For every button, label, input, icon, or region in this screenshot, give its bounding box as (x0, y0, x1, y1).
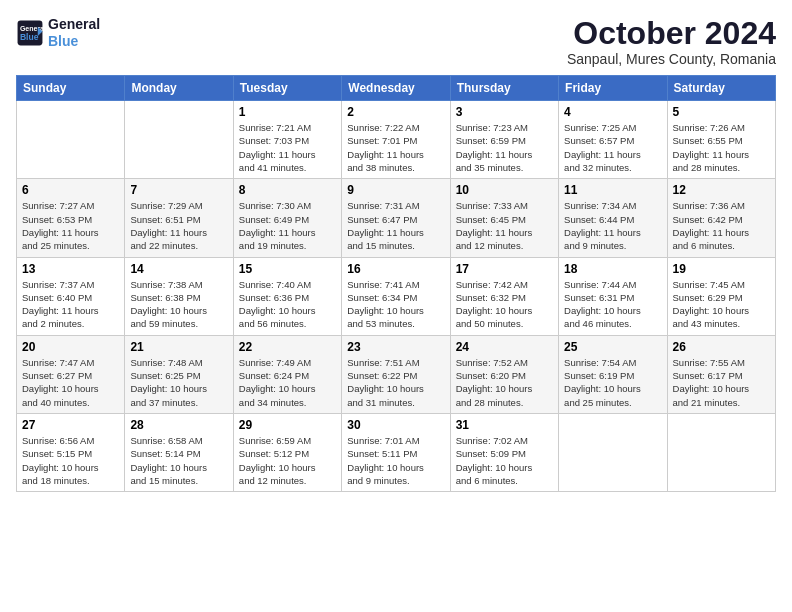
day-number: 10 (456, 183, 553, 197)
day-info: Sunrise: 6:59 AM Sunset: 5:12 PM Dayligh… (239, 434, 336, 487)
day-cell (667, 413, 775, 491)
day-info: Sunrise: 6:56 AM Sunset: 5:15 PM Dayligh… (22, 434, 119, 487)
day-info: Sunrise: 7:51 AM Sunset: 6:22 PM Dayligh… (347, 356, 444, 409)
day-cell (17, 101, 125, 179)
day-number: 2 (347, 105, 444, 119)
day-info: Sunrise: 7:55 AM Sunset: 6:17 PM Dayligh… (673, 356, 770, 409)
day-number: 31 (456, 418, 553, 432)
day-number: 26 (673, 340, 770, 354)
day-cell: 3Sunrise: 7:23 AM Sunset: 6:59 PM Daylig… (450, 101, 558, 179)
day-cell: 18Sunrise: 7:44 AM Sunset: 6:31 PM Dayli… (559, 257, 667, 335)
month-title: October 2024 (567, 16, 776, 51)
day-info: Sunrise: 7:33 AM Sunset: 6:45 PM Dayligh… (456, 199, 553, 252)
day-info: Sunrise: 7:25 AM Sunset: 6:57 PM Dayligh… (564, 121, 661, 174)
day-number: 5 (673, 105, 770, 119)
day-info: Sunrise: 7:52 AM Sunset: 6:20 PM Dayligh… (456, 356, 553, 409)
day-cell: 15Sunrise: 7:40 AM Sunset: 6:36 PM Dayli… (233, 257, 341, 335)
day-info: Sunrise: 7:27 AM Sunset: 6:53 PM Dayligh… (22, 199, 119, 252)
day-number: 16 (347, 262, 444, 276)
week-row-2: 6Sunrise: 7:27 AM Sunset: 6:53 PM Daylig… (17, 179, 776, 257)
day-number: 3 (456, 105, 553, 119)
day-number: 14 (130, 262, 227, 276)
header-cell-wednesday: Wednesday (342, 76, 450, 101)
logo: General Blue General Blue (16, 16, 100, 50)
day-info: Sunrise: 7:29 AM Sunset: 6:51 PM Dayligh… (130, 199, 227, 252)
day-info: Sunrise: 7:48 AM Sunset: 6:25 PM Dayligh… (130, 356, 227, 409)
day-cell: 1Sunrise: 7:21 AM Sunset: 7:03 PM Daylig… (233, 101, 341, 179)
day-cell: 31Sunrise: 7:02 AM Sunset: 5:09 PM Dayli… (450, 413, 558, 491)
day-number: 27 (22, 418, 119, 432)
header-row: SundayMondayTuesdayWednesdayThursdayFrid… (17, 76, 776, 101)
day-info: Sunrise: 7:02 AM Sunset: 5:09 PM Dayligh… (456, 434, 553, 487)
day-number: 25 (564, 340, 661, 354)
day-number: 8 (239, 183, 336, 197)
day-number: 6 (22, 183, 119, 197)
day-info: Sunrise: 7:21 AM Sunset: 7:03 PM Dayligh… (239, 121, 336, 174)
calendar-header: SundayMondayTuesdayWednesdayThursdayFrid… (17, 76, 776, 101)
day-info: Sunrise: 7:42 AM Sunset: 6:32 PM Dayligh… (456, 278, 553, 331)
day-cell: 9Sunrise: 7:31 AM Sunset: 6:47 PM Daylig… (342, 179, 450, 257)
header-cell-monday: Monday (125, 76, 233, 101)
day-number: 24 (456, 340, 553, 354)
day-cell: 14Sunrise: 7:38 AM Sunset: 6:38 PM Dayli… (125, 257, 233, 335)
header-cell-tuesday: Tuesday (233, 76, 341, 101)
week-row-3: 13Sunrise: 7:37 AM Sunset: 6:40 PM Dayli… (17, 257, 776, 335)
day-info: Sunrise: 7:30 AM Sunset: 6:49 PM Dayligh… (239, 199, 336, 252)
day-cell (125, 101, 233, 179)
header-cell-sunday: Sunday (17, 76, 125, 101)
header-cell-friday: Friday (559, 76, 667, 101)
day-info: Sunrise: 7:47 AM Sunset: 6:27 PM Dayligh… (22, 356, 119, 409)
day-number: 21 (130, 340, 227, 354)
day-number: 19 (673, 262, 770, 276)
day-info: Sunrise: 7:26 AM Sunset: 6:55 PM Dayligh… (673, 121, 770, 174)
day-number: 13 (22, 262, 119, 276)
day-cell: 10Sunrise: 7:33 AM Sunset: 6:45 PM Dayli… (450, 179, 558, 257)
day-number: 20 (22, 340, 119, 354)
calendar-body: 1Sunrise: 7:21 AM Sunset: 7:03 PM Daylig… (17, 101, 776, 492)
day-info: Sunrise: 7:45 AM Sunset: 6:29 PM Dayligh… (673, 278, 770, 331)
header-cell-saturday: Saturday (667, 76, 775, 101)
day-info: Sunrise: 7:38 AM Sunset: 6:38 PM Dayligh… (130, 278, 227, 331)
day-cell: 30Sunrise: 7:01 AM Sunset: 5:11 PM Dayli… (342, 413, 450, 491)
day-info: Sunrise: 7:40 AM Sunset: 6:36 PM Dayligh… (239, 278, 336, 331)
day-info: Sunrise: 6:58 AM Sunset: 5:14 PM Dayligh… (130, 434, 227, 487)
logo-text: General Blue (48, 16, 100, 50)
day-number: 18 (564, 262, 661, 276)
day-number: 9 (347, 183, 444, 197)
calendar-table: SundayMondayTuesdayWednesdayThursdayFrid… (16, 75, 776, 492)
day-cell: 2Sunrise: 7:22 AM Sunset: 7:01 PM Daylig… (342, 101, 450, 179)
day-cell: 4Sunrise: 7:25 AM Sunset: 6:57 PM Daylig… (559, 101, 667, 179)
page-header: General Blue General Blue October 2024 S… (16, 16, 776, 67)
day-info: Sunrise: 7:01 AM Sunset: 5:11 PM Dayligh… (347, 434, 444, 487)
day-info: Sunrise: 7:54 AM Sunset: 6:19 PM Dayligh… (564, 356, 661, 409)
day-cell: 5Sunrise: 7:26 AM Sunset: 6:55 PM Daylig… (667, 101, 775, 179)
day-cell: 17Sunrise: 7:42 AM Sunset: 6:32 PM Dayli… (450, 257, 558, 335)
day-info: Sunrise: 7:41 AM Sunset: 6:34 PM Dayligh… (347, 278, 444, 331)
day-info: Sunrise: 7:36 AM Sunset: 6:42 PM Dayligh… (673, 199, 770, 252)
day-number: 15 (239, 262, 336, 276)
day-cell: 12Sunrise: 7:36 AM Sunset: 6:42 PM Dayli… (667, 179, 775, 257)
day-cell: 29Sunrise: 6:59 AM Sunset: 5:12 PM Dayli… (233, 413, 341, 491)
day-info: Sunrise: 7:37 AM Sunset: 6:40 PM Dayligh… (22, 278, 119, 331)
day-number: 23 (347, 340, 444, 354)
day-cell: 23Sunrise: 7:51 AM Sunset: 6:22 PM Dayli… (342, 335, 450, 413)
day-cell: 25Sunrise: 7:54 AM Sunset: 6:19 PM Dayli… (559, 335, 667, 413)
day-number: 1 (239, 105, 336, 119)
day-cell: 26Sunrise: 7:55 AM Sunset: 6:17 PM Dayli… (667, 335, 775, 413)
day-info: Sunrise: 7:49 AM Sunset: 6:24 PM Dayligh… (239, 356, 336, 409)
header-cell-thursday: Thursday (450, 76, 558, 101)
svg-text:Blue: Blue (20, 32, 39, 42)
day-cell: 20Sunrise: 7:47 AM Sunset: 6:27 PM Dayli… (17, 335, 125, 413)
day-info: Sunrise: 7:34 AM Sunset: 6:44 PM Dayligh… (564, 199, 661, 252)
day-cell: 6Sunrise: 7:27 AM Sunset: 6:53 PM Daylig… (17, 179, 125, 257)
day-number: 29 (239, 418, 336, 432)
day-info: Sunrise: 7:22 AM Sunset: 7:01 PM Dayligh… (347, 121, 444, 174)
day-cell: 22Sunrise: 7:49 AM Sunset: 6:24 PM Dayli… (233, 335, 341, 413)
day-info: Sunrise: 7:31 AM Sunset: 6:47 PM Dayligh… (347, 199, 444, 252)
day-cell: 19Sunrise: 7:45 AM Sunset: 6:29 PM Dayli… (667, 257, 775, 335)
day-cell: 13Sunrise: 7:37 AM Sunset: 6:40 PM Dayli… (17, 257, 125, 335)
day-number: 4 (564, 105, 661, 119)
day-number: 7 (130, 183, 227, 197)
day-number: 28 (130, 418, 227, 432)
week-row-4: 20Sunrise: 7:47 AM Sunset: 6:27 PM Dayli… (17, 335, 776, 413)
